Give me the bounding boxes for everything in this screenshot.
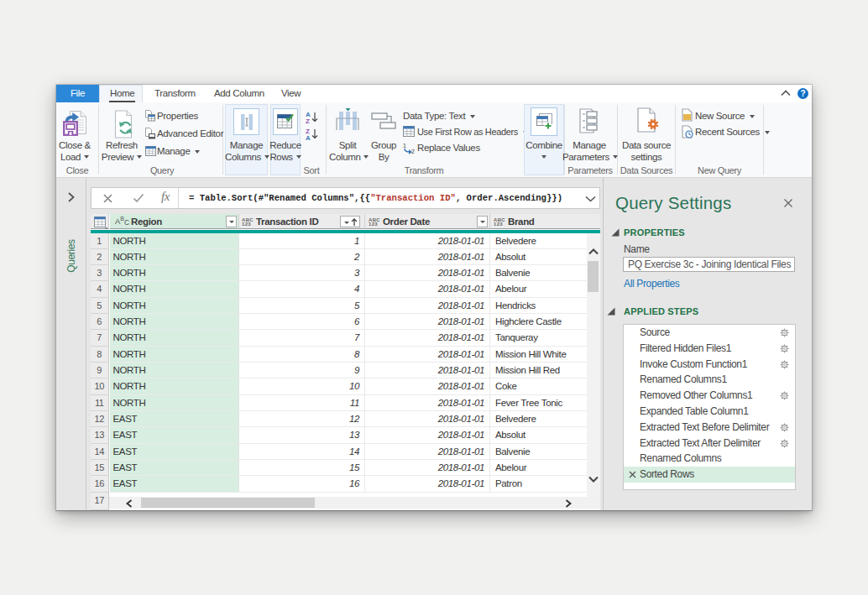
svg-text:Z: Z: [306, 117, 310, 123]
svg-text:2: 2: [411, 149, 415, 154]
svg-text:1: 1: [403, 143, 406, 149]
svg-text:A: A: [306, 134, 311, 140]
